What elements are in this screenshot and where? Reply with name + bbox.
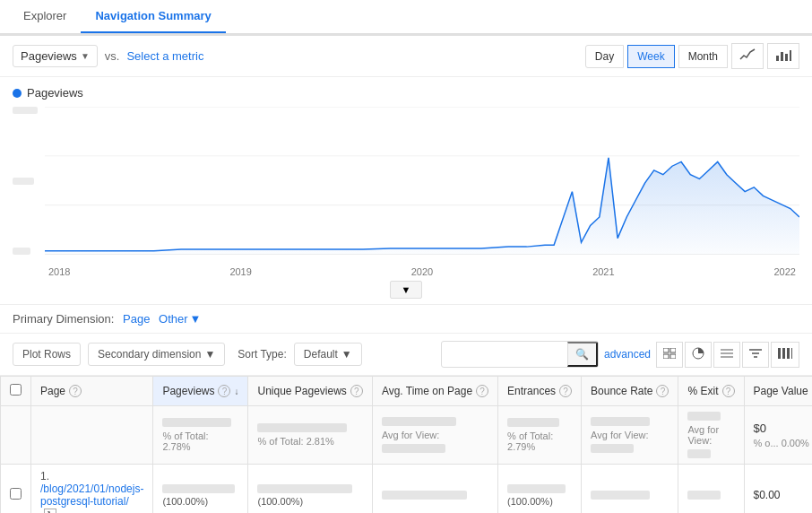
pageviews-sort-arrow: ↓ xyxy=(234,387,238,396)
pie-view-button[interactable] xyxy=(685,342,712,368)
row-page-value-cell: $0.00 xyxy=(744,465,812,514)
metric-select-dropdown[interactable]: Pageviews ▼ xyxy=(13,45,98,67)
tab-explorer[interactable]: Explorer xyxy=(9,0,81,33)
search-icon: 🔍 xyxy=(575,348,589,361)
primary-dimension-value[interactable]: Page xyxy=(123,312,150,326)
svg-rect-21 xyxy=(782,348,785,359)
x-label-2018: 2018 xyxy=(48,266,70,277)
summary-bounce-label: Avg for View: xyxy=(591,430,669,440)
external-link-icon[interactable]: ↗ xyxy=(44,509,56,513)
advanced-link[interactable]: advanced xyxy=(604,348,651,361)
select-all-checkbox-cell[interactable] xyxy=(1,377,31,406)
summary-avg-label: Avg for View: xyxy=(382,430,488,440)
y-label-bot xyxy=(13,248,30,255)
summary-avg-time-cell: Avg for View: xyxy=(372,406,497,465)
filter-view-button[interactable] xyxy=(742,342,769,368)
pct-exit-help-icon[interactable]: ? xyxy=(722,385,735,397)
summary-page-cell xyxy=(31,406,153,465)
scroll-hint-button[interactable]: ▼ xyxy=(390,281,423,299)
x-label-2019: 2019 xyxy=(229,266,251,277)
svg-rect-9 xyxy=(663,348,669,352)
row-exit-cell xyxy=(678,465,744,514)
metric-select-label: Pageviews xyxy=(21,49,77,63)
entrances-column-header: Entrances ? xyxy=(498,377,582,406)
pageviews-legend-dot xyxy=(13,89,22,98)
x-label-2021: 2021 xyxy=(592,266,614,277)
row-bounce-cell xyxy=(582,465,678,514)
week-button[interactable]: Week xyxy=(627,45,674,68)
page-value-column-header: Page Value ? xyxy=(744,377,812,406)
row-entrances-cell: (100.00%) xyxy=(498,465,582,514)
select-all-checkbox[interactable] xyxy=(10,384,22,396)
pageviews-column-header[interactable]: Pageviews ? ↓ xyxy=(153,377,248,406)
svg-rect-23 xyxy=(791,348,792,359)
x-label-2022: 2022 xyxy=(774,266,796,277)
summary-pageviews-pct: % of Total: 2.78% xyxy=(162,430,238,452)
y-label-mid xyxy=(13,178,34,185)
filter-icon xyxy=(749,348,762,359)
pageviews-chart xyxy=(45,107,799,264)
summary-entrances-pct: % of Total: 2.79% xyxy=(507,430,572,452)
other-chevron-icon: ▼ xyxy=(190,312,202,326)
summary-unique-pct: % of Total: 2.81% xyxy=(257,436,362,447)
summary-row: % of Total: 2.78% % of Total: 2.81% Avg … xyxy=(1,406,813,465)
list-view-button[interactable] xyxy=(713,342,740,368)
svg-rect-11 xyxy=(663,354,669,359)
svg-rect-0 xyxy=(776,56,779,61)
table-view-button[interactable] xyxy=(656,342,683,368)
summary-page-value-cell: $0 % o... 0.00% xyxy=(744,406,812,465)
search-input[interactable] xyxy=(442,343,567,365)
entrances-help-icon[interactable]: ? xyxy=(559,385,572,397)
svg-rect-12 xyxy=(670,354,676,359)
summary-exit-cell: Avg for View: xyxy=(678,406,744,465)
sort-type-dropdown[interactable]: Default ▼ xyxy=(294,343,362,366)
row-number: 1. xyxy=(40,470,49,483)
bar-chart-icon xyxy=(775,48,791,61)
list-icon xyxy=(721,348,733,359)
month-button[interactable]: Month xyxy=(678,45,728,68)
row-unique-cell: (100.00%) xyxy=(248,465,372,514)
svg-marker-8 xyxy=(45,158,799,255)
pie-chart-icon xyxy=(692,347,704,360)
summary-page-value-pct: % o... 0.00% xyxy=(754,438,813,448)
page-help-icon[interactable]: ? xyxy=(69,385,82,397)
pct-exit-column-header: % Exit ? xyxy=(678,377,744,406)
plot-rows-button[interactable]: Plot Rows xyxy=(13,343,81,366)
summary-unique-cell: % of Total: 2.81% xyxy=(248,406,372,465)
svg-rect-22 xyxy=(787,348,790,359)
svg-rect-10 xyxy=(670,348,676,352)
line-chart-type-button[interactable] xyxy=(731,43,764,69)
columns-icon xyxy=(778,348,792,359)
svg-rect-3 xyxy=(790,50,791,61)
metric-select-chevron-icon: ▼ xyxy=(81,51,90,61)
summary-pageviews-cell: % of Total: 2.78% xyxy=(153,406,248,465)
search-button[interactable]: 🔍 xyxy=(567,342,598,367)
bounce-rate-help-icon[interactable]: ? xyxy=(656,385,669,397)
select-metric-link[interactable]: Select a metric xyxy=(126,49,203,63)
summary-entrances-cell: % of Total: 2.79% xyxy=(498,406,582,465)
day-button[interactable]: Day xyxy=(585,45,624,68)
y-label-top xyxy=(13,107,38,114)
tab-navigation-summary[interactable]: Navigation Summary xyxy=(81,0,225,33)
vs-label: vs. xyxy=(105,49,120,63)
row-checkbox[interactable] xyxy=(10,488,22,500)
primary-dimension-label: Primary Dimension: xyxy=(13,312,114,326)
unique-pageviews-help-icon[interactable]: ? xyxy=(350,385,363,397)
columns-view-button[interactable] xyxy=(771,342,799,368)
row-pageviews-cell: (100.00%) xyxy=(153,465,248,514)
pageviews-legend-label: Pageviews xyxy=(27,86,83,100)
svg-rect-1 xyxy=(781,52,783,61)
row-page-cell: 1. /blog/2021/01/nodejs-postgresql-tutor… xyxy=(31,465,153,514)
page-link[interactable]: /blog/2021/01/nodejs-postgresql-tutorial… xyxy=(40,483,143,508)
other-dimension-link[interactable]: Other ▼ xyxy=(159,312,201,326)
summary-bounce-cell: Avg for View: xyxy=(582,406,678,465)
table-grid-icon xyxy=(663,348,676,359)
pageviews-help-icon[interactable]: ? xyxy=(218,385,230,397)
line-chart-icon xyxy=(739,48,756,61)
x-label-2020: 2020 xyxy=(411,266,433,277)
secondary-dimension-button[interactable]: Secondary dimension ▼ xyxy=(88,343,225,366)
bar-chart-type-button[interactable] xyxy=(767,43,799,69)
avg-time-help-icon[interactable]: ? xyxy=(476,385,488,397)
data-table: Page ? Pageviews ? ↓ Unique Pageviews ? xyxy=(0,376,812,513)
avg-time-column-header: Avg. Time on Page ? xyxy=(372,377,497,406)
